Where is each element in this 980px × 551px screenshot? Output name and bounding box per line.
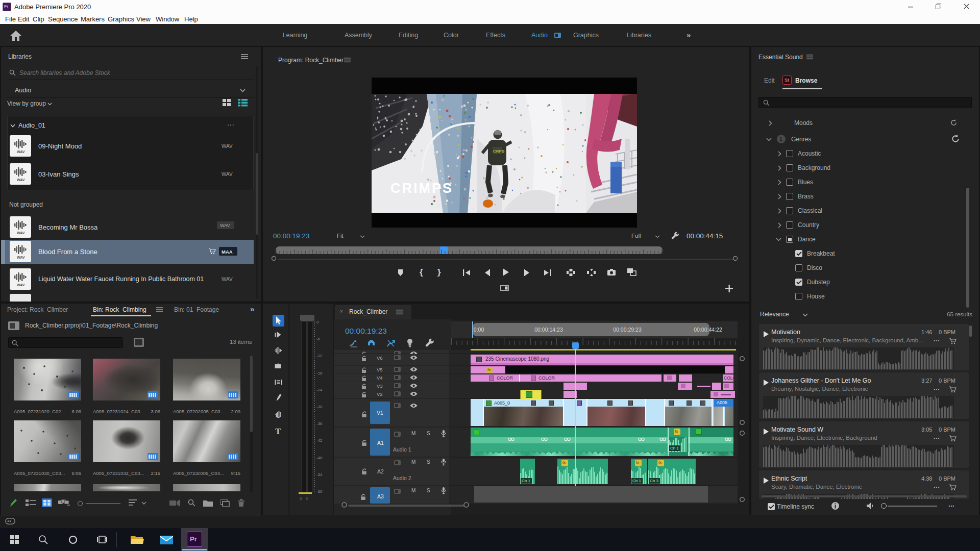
- svg-text:CRIMPS: CRIMPS: [390, 181, 453, 196]
- svg-text:CRPS: CRPS: [493, 149, 505, 154]
